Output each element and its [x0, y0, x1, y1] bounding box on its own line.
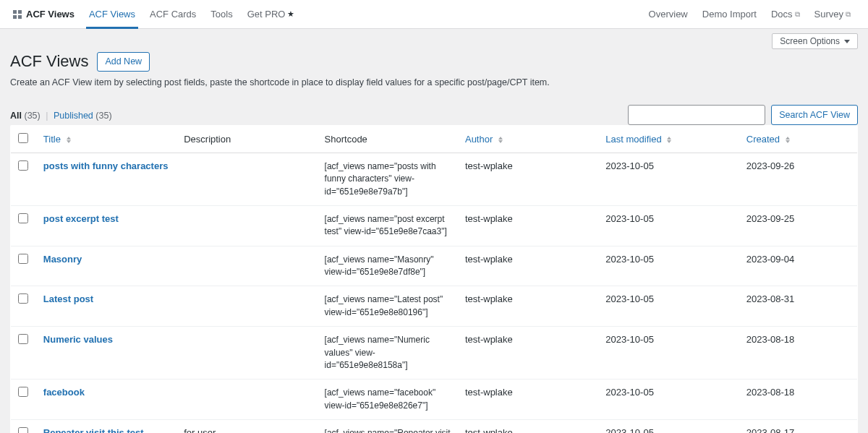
row-shortcode: [acf_views name="posts with funny charac…: [318, 153, 458, 205]
secondary-tabs: OverviewDemo ImportDocs⧉Survey⧉: [642, 9, 858, 20]
col-description: Description: [176, 125, 317, 153]
row-checkbox[interactable]: [18, 334, 28, 344]
tab-acf-cards[interactable]: ACF Cards: [142, 0, 203, 28]
row-created: 2023-08-18: [739, 327, 858, 380]
screen-options-bar: Screen Options: [0, 29, 868, 49]
nav-demo-import[interactable]: Demo Import: [695, 9, 764, 20]
external-link-icon: ⧉: [795, 10, 800, 19]
filter-published[interactable]: Published: [54, 111, 93, 121]
row-description: [176, 246, 317, 286]
row-shortcode: [acf_views name="Repeater visit this tes…: [318, 420, 458, 433]
row-last-modified: 2023-10-05: [598, 327, 739, 380]
screen-options-label: Screen Options: [780, 36, 840, 46]
row-checkbox[interactable]: [18, 387, 28, 397]
row-checkbox[interactable]: [18, 160, 28, 171]
tab-get-pro[interactable]: Get PRO★: [240, 0, 302, 28]
row-checkbox[interactable]: [18, 254, 28, 264]
row-checkbox[interactable]: [18, 427, 28, 433]
tab-tools[interactable]: Tools: [203, 0, 239, 28]
select-all-checkbox[interactable]: [18, 133, 28, 143]
row-shortcode: [acf_views name="facebook" view-id="651e…: [318, 380, 458, 420]
col-author[interactable]: Author: [458, 125, 598, 153]
row-author: test-wplake: [458, 246, 598, 286]
table-row: Latest post[acf_views name="Latest post"…: [11, 286, 858, 327]
row-title-link[interactable]: Numeric values: [43, 334, 113, 345]
row-title-link[interactable]: Latest post: [43, 293, 93, 304]
row-shortcode: [acf_views name="Numeric values" view-id…: [318, 327, 458, 380]
table-row: facebook[acf_views name="facebook" view-…: [11, 380, 858, 420]
screen-options-button[interactable]: Screen Options: [772, 33, 858, 49]
row-description: [176, 153, 317, 205]
sort-icon: [498, 137, 503, 143]
nav-survey[interactable]: Survey⧉: [807, 9, 858, 20]
row-created: 2023-08-31: [739, 286, 858, 327]
row-author: test-wplake: [458, 205, 598, 246]
star-icon: ★: [287, 9, 294, 19]
row-author: test-wplake: [458, 327, 598, 380]
table-row: post excerpt test[acf_views name="post e…: [11, 205, 858, 246]
nav-docs[interactable]: Docs⧉: [764, 9, 807, 20]
sort-icon: [667, 137, 671, 143]
primary-tabs: ACF ViewsACF CardsToolsGet PRO★: [82, 0, 302, 28]
row-title-link[interactable]: Repeater visit this test: [43, 427, 144, 433]
row-author: test-wplake: [458, 153, 598, 205]
search-input[interactable]: [628, 105, 765, 125]
row-last-modified: 2023-10-05: [598, 420, 739, 433]
filter-all-count: (35): [24, 111, 40, 121]
add-new-button[interactable]: Add New: [97, 52, 150, 72]
table-row: Masonry[acf_views name="Masonry" view-id…: [11, 246, 858, 286]
views-table: Title Description Shortcode Author Last …: [10, 125, 858, 433]
col-shortcode: Shortcode: [318, 125, 458, 153]
col-title[interactable]: Title: [36, 125, 176, 153]
grid-icon: [13, 10, 22, 19]
row-description: [176, 327, 317, 380]
col-created[interactable]: Created: [739, 125, 858, 153]
row-title-link[interactable]: facebook: [43, 387, 85, 398]
col-last-modified[interactable]: Last modified: [598, 125, 739, 153]
row-description: for user: [176, 420, 317, 433]
row-author: test-wplake: [458, 380, 598, 420]
row-created: 2023-09-26: [739, 153, 858, 205]
row-title-link[interactable]: post excerpt test: [43, 213, 119, 224]
external-link-icon: ⧉: [846, 10, 851, 19]
row-title-link[interactable]: Masonry: [43, 254, 82, 265]
row-shortcode: [acf_views name="post excerpt test" view…: [318, 205, 458, 246]
chevron-down-icon: [844, 40, 850, 43]
row-description: [176, 205, 317, 246]
row-checkbox[interactable]: [18, 293, 28, 304]
row-shortcode: [acf_views name="Masonry" view-id="651e9…: [318, 246, 458, 286]
table-row: Numeric values[acf_views name="Numeric v…: [11, 327, 858, 380]
top-nav: ACF Views ACF ViewsACF CardsToolsGet PRO…: [0, 0, 868, 29]
row-shortcode: [acf_views name="Latest post" view-id="6…: [318, 286, 458, 327]
nav-overview[interactable]: Overview: [642, 9, 695, 20]
search-wrap: Search ACF View: [628, 105, 858, 125]
sort-icon: [67, 137, 71, 143]
row-title-link[interactable]: posts with funny characters: [43, 160, 169, 171]
row-created: 2023-08-17: [739, 420, 858, 433]
page-title: ACF Views: [10, 52, 88, 71]
search-button[interactable]: Search ACF View: [771, 105, 858, 125]
table-row: Repeater visit this testfor user[acf_vie…: [11, 420, 858, 433]
app-logo: ACF Views: [6, 9, 82, 20]
row-created: 2023-08-18: [739, 380, 858, 420]
page-header: ACF Views Add New Create an ACF View ite…: [0, 49, 868, 105]
tab-acf-views[interactable]: ACF Views: [82, 0, 142, 28]
row-author: test-wplake: [458, 286, 598, 327]
row-checkbox[interactable]: [18, 213, 28, 223]
row-description: [176, 380, 317, 420]
row-last-modified: 2023-10-05: [598, 153, 739, 205]
filter-published-count: (35): [95, 111, 111, 121]
view-filters: All (35) | Published (35): [10, 111, 112, 121]
row-created: 2023-09-04: [739, 246, 858, 286]
row-author: test-wplake: [458, 420, 598, 433]
table-row: posts with funny characters[acf_views na…: [11, 153, 858, 205]
app-logo-text: ACF Views: [26, 9, 75, 20]
page-description: Create an ACF View item by selecting pos…: [10, 77, 858, 98]
row-created: 2023-09-25: [739, 205, 858, 246]
filter-all[interactable]: All: [10, 111, 22, 121]
row-last-modified: 2023-10-05: [598, 286, 739, 327]
row-last-modified: 2023-10-05: [598, 380, 739, 420]
row-description: [176, 286, 317, 327]
sort-icon: [786, 137, 790, 143]
filters-row: All (35) | Published (35) Search ACF Vie…: [0, 105, 868, 125]
